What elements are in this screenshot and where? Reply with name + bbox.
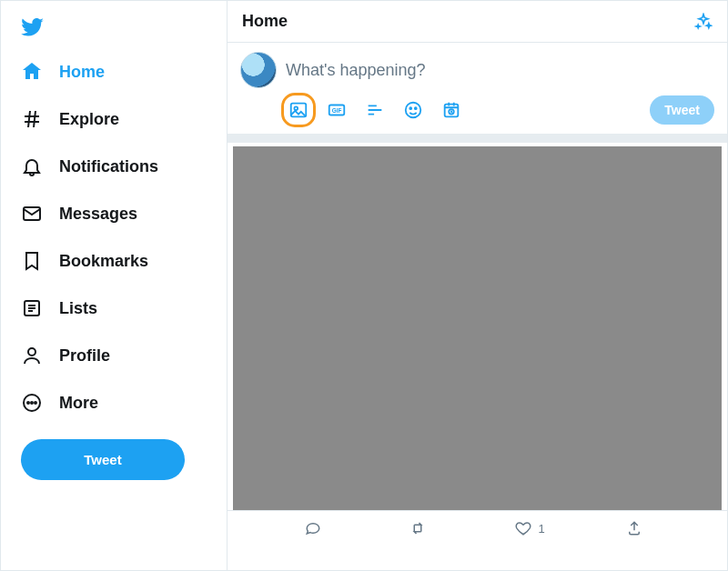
main-header: Home [228, 1, 727, 43]
avatar[interactable] [240, 52, 277, 88]
sidebar-item-label: More [59, 394, 98, 413]
svg-point-5 [31, 402, 33, 404]
post-actions: 1 [228, 510, 727, 546]
media-icon[interactable] [286, 97, 311, 123]
sidebar-item-label: Explore [59, 110, 119, 129]
sidebar: Home Explore Notifications Messages Book [1, 1, 227, 570]
compose-toolbar: GIF [286, 97, 464, 123]
profile-icon [21, 345, 43, 366]
gif-icon[interactable]: GIF [324, 97, 349, 123]
sidebar-item-lists[interactable]: Lists [12, 286, 216, 330]
sidebar-item-label: Bookmarks [59, 252, 148, 271]
svg-point-2 [28, 348, 35, 356]
svg-point-4 [27, 402, 29, 404]
sidebar-item-label: Lists [59, 299, 97, 318]
like-button[interactable]: 1 [515, 520, 545, 536]
like-count: 1 [539, 522, 545, 536]
reply-button[interactable] [305, 520, 329, 536]
poll-icon[interactable] [362, 97, 388, 123]
list-icon [21, 297, 43, 319]
home-icon [21, 61, 43, 83]
svg-point-6 [35, 402, 36, 404]
sidebar-item-notifications[interactable]: Notifications [12, 145, 216, 188]
more-icon [21, 392, 43, 414]
sidebar-item-bookmarks[interactable]: Bookmarks [12, 239, 216, 283]
sidebar-item-messages[interactable]: Messages [12, 192, 216, 235]
emoji-icon[interactable] [400, 97, 426, 123]
feed: 1 [228, 143, 727, 546]
schedule-icon[interactable] [439, 97, 464, 123]
main-column: Home GIF [227, 1, 727, 570]
sidebar-tweet-button[interactable]: Tweet [21, 439, 185, 480]
envelope-icon [21, 203, 43, 225]
sidebar-item-label: Home [59, 63, 105, 82]
svg-point-12 [410, 107, 411, 109]
bell-icon [21, 155, 43, 177]
sidebar-item-explore[interactable]: Explore [12, 97, 216, 141]
hashtag-icon [21, 108, 43, 130]
sidebar-item-label: Notifications [59, 157, 158, 176]
share-button[interactable] [626, 520, 650, 536]
retweet-button[interactable] [410, 520, 433, 536]
compose-box: GIF Tweet [228, 43, 727, 143]
compose-tweet-button[interactable]: Tweet [650, 95, 714, 125]
twitter-logo[interactable] [12, 8, 216, 46]
page-title: Home [242, 12, 288, 31]
sidebar-item-home[interactable]: Home [12, 50, 216, 94]
compose-input[interactable] [286, 54, 714, 87]
bookmark-icon [21, 250, 43, 272]
sidebar-item-label: Profile [59, 346, 110, 366]
svg-point-8 [294, 106, 298, 110]
sidebar-item-profile[interactable]: Profile [12, 334, 216, 377]
post-image[interactable] [233, 146, 722, 510]
svg-text:GIF: GIF [332, 107, 342, 114]
sparkle-icon[interactable] [694, 13, 713, 31]
sidebar-item-more[interactable]: More [12, 381, 216, 425]
sidebar-item-label: Messages [59, 205, 137, 224]
svg-point-11 [406, 103, 421, 118]
svg-point-13 [415, 107, 417, 109]
